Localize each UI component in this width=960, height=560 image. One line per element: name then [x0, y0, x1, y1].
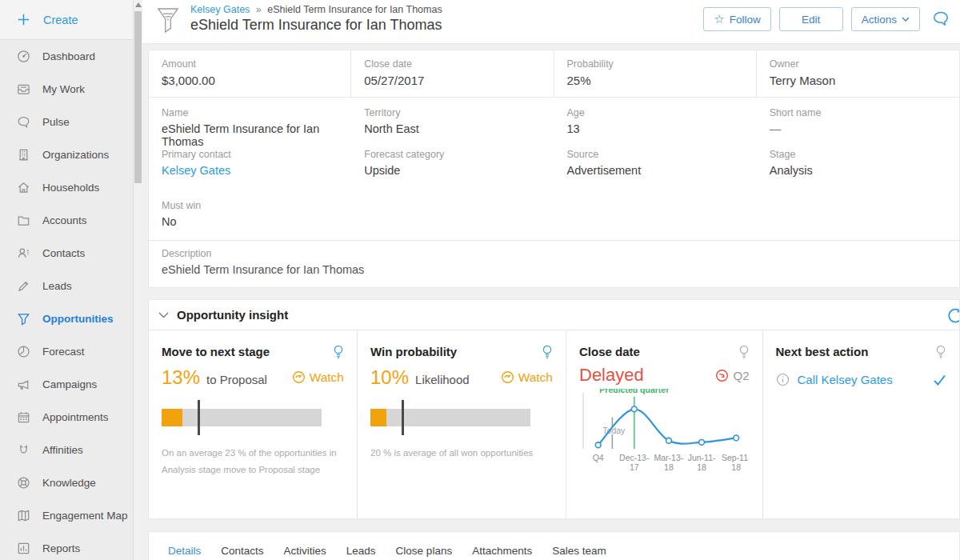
field-label: Short name	[770, 107, 946, 118]
field-value: —	[770, 122, 946, 135]
edit-button[interactable]: Edit	[779, 7, 843, 31]
sidebar-item-households[interactable]: Households	[0, 171, 142, 204]
tab-leads[interactable]: Leads	[346, 545, 376, 560]
tab-details[interactable]: Details	[168, 545, 201, 560]
sidebar-item-appointments[interactable]: Appointments	[0, 401, 142, 434]
sidebar-item-label: Appointments	[42, 411, 109, 423]
sidebar-item-opportunities[interactable]: Opportunities	[0, 302, 142, 335]
sidebar-item-campaigns[interactable]: Campaigns	[0, 368, 142, 401]
sidebar-item-label: Knowledge	[42, 477, 96, 489]
scrollbar-up-arrow[interactable]	[135, 2, 142, 7]
feed-chat-icon[interactable]	[931, 10, 950, 29]
field-value: No	[162, 215, 338, 228]
sidebar-item-label: Reports	[42, 542, 80, 554]
sidebar-item-affinities[interactable]: Affinities	[0, 434, 142, 466]
sidebar-item-label: Opportunities	[42, 313, 114, 325]
sidebar-item-label: My Work	[42, 83, 85, 95]
close-date-status: Delayed	[579, 365, 644, 386]
breadcrumb-link[interactable]: Kelsey Gates	[190, 4, 250, 15]
field-close-date: Close date 05/27/2017	[351, 50, 554, 97]
insight-card-close-date: Close date Delayed Q2 TodayPredicted qua…	[566, 330, 763, 518]
sidebar-item-pulse[interactable]: Pulse	[0, 106, 142, 138]
watch-button[interactable]: Watch	[501, 370, 553, 385]
breadcrumb-separator: »	[256, 4, 262, 15]
field-value: 13	[567, 122, 744, 135]
stage-progress-bar	[162, 400, 322, 435]
field-value: 25%	[567, 74, 743, 87]
field-probability: Probability 25%	[554, 50, 757, 97]
tab-attachments[interactable]: Attachments	[472, 545, 532, 560]
sidebar-item-knowledge[interactable]: Knowledge	[0, 466, 142, 499]
next-action-link[interactable]: Call Kelsey Gates	[798, 373, 893, 386]
svg-text:Dec-13-: Dec-13-	[619, 453, 650, 462]
actions-button[interactable]: Actions	[851, 7, 920, 31]
insight-note: On an average 23 % of the opportunities …	[162, 445, 344, 479]
insight-card-move-stage: Move to next stage 13% to Proposal Watch…	[149, 330, 358, 518]
tab-close-plans[interactable]: Close plans	[396, 545, 453, 560]
scrollbar-thumb[interactable]	[134, 11, 142, 183]
lifebuoy-icon	[16, 475, 31, 490]
collapse-chevron-icon[interactable]	[158, 312, 169, 318]
primary-contact-link[interactable]: Kelsey Gates	[162, 164, 338, 177]
complete-check-icon[interactable]	[933, 374, 946, 386]
watch-button[interactable]: Watch	[292, 370, 344, 385]
dashboard-icon	[16, 49, 31, 64]
opportunity-insight-card: Opportunity insight Move to next stage 1…	[148, 299, 960, 519]
tab-activities[interactable]: Activities	[284, 545, 326, 560]
refresh-icon[interactable]	[946, 306, 959, 324]
field-value: 05/27/2017	[364, 74, 540, 87]
tab-sales-team[interactable]: Sales team	[552, 545, 606, 560]
sidebar-item-label: Dashboard	[42, 50, 95, 62]
pie-chart-icon	[16, 344, 31, 359]
sidebar-item-label: Accounts	[42, 214, 87, 226]
pencil-icon	[16, 278, 31, 294]
main-content: Kelsey Gates » eShield Term Insurance fo…	[142, 0, 960, 560]
inbox-icon	[16, 82, 31, 97]
star-icon: ☆	[714, 12, 724, 26]
tab-contacts[interactable]: Contacts	[221, 545, 263, 560]
sidebar-item-contacts[interactable]: Contacts	[0, 237, 142, 270]
create-button[interactable]: Create	[0, 0, 142, 40]
tab-bar: Details Contacts Activities Leads Close …	[168, 545, 959, 560]
sidebar-item-dashboard[interactable]: Dashboard	[0, 40, 142, 73]
field-must-win: Must win No	[149, 194, 351, 235]
field-label: Source	[567, 149, 744, 160]
sidebar-item-engagement-map[interactable]: Engagement Map	[0, 499, 142, 532]
plus-icon	[16, 12, 31, 27]
sidebar-item-accounts[interactable]: Accounts	[0, 204, 142, 237]
sidebar-item-label: Affinities	[42, 444, 83, 456]
field-stage: Stage Analysis	[757, 142, 959, 184]
info-icon[interactable]	[776, 373, 790, 386]
svg-text:Sep-11-: Sep-11-	[722, 453, 749, 462]
funnel-icon	[16, 311, 31, 326]
stage-percent: 13%	[162, 366, 200, 389]
sidebar-scrollbar[interactable]	[133, 0, 142, 560]
svg-text:Predicted quarter: Predicted quarter	[599, 389, 669, 394]
sidebar-item-leads[interactable]: Leads	[0, 270, 142, 302]
field-age: Age 13	[554, 101, 757, 142]
lightbulb-icon[interactable]	[738, 345, 750, 360]
folder-icon	[16, 213, 31, 228]
sidebar-item-reports[interactable]: Reports	[0, 532, 142, 560]
watch-label: Watch	[518, 370, 553, 385]
field-value: Terry Mason	[770, 74, 946, 87]
calendar-icon	[16, 410, 31, 425]
lightbulb-icon[interactable]	[935, 345, 946, 360]
lightbulb-icon[interactable]	[333, 345, 344, 360]
magnet-icon	[16, 442, 31, 458]
watch-arrow-icon	[501, 370, 514, 384]
record-fields-card: Amount $3,000.00 Close date 05/27/2017 P…	[148, 50, 960, 288]
watch-arrow-icon	[292, 370, 306, 384]
sidebar-item-my-work[interactable]: My Work	[0, 73, 142, 106]
sidebar-item-label: Organizations	[42, 149, 109, 161]
follow-button[interactable]: ☆ Follow	[703, 7, 770, 31]
sidebar-item-forecast[interactable]: Forecast	[0, 335, 142, 368]
sidebar-item-label: Leads	[42, 280, 72, 292]
svg-text:18: 18	[731, 462, 741, 472]
sidebar: Create Dashboard My Work Pulse Organizat…	[0, 0, 142, 560]
lightbulb-icon[interactable]	[542, 345, 553, 360]
sidebar-item-organizations[interactable]: Organizations	[0, 138, 142, 171]
field-label: Amount	[162, 58, 338, 70]
detail-tabs-card: Details Contacts Activities Leads Close …	[148, 531, 960, 560]
win-progress-bar	[370, 400, 530, 435]
